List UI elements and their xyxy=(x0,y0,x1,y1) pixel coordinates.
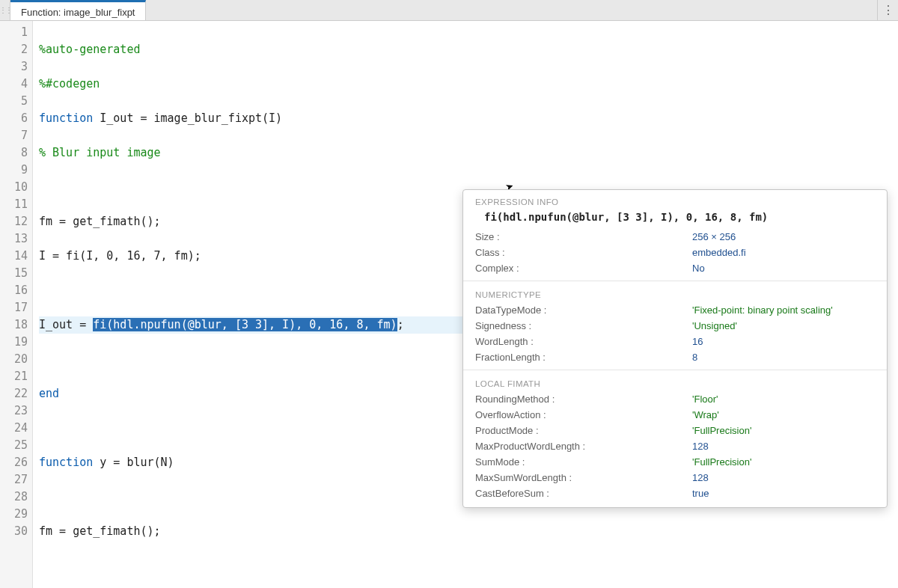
tab-bar: ⋮⋮ Function: image_blur_fixpt ⋮ xyxy=(0,0,898,21)
tooltip-label: MaxSumWordLength : xyxy=(475,472,692,483)
line-number: 27 xyxy=(0,471,28,489)
tooltip-label: FractionLength : xyxy=(475,352,692,363)
comment: %#codegen xyxy=(39,77,100,91)
line-number: 1 xyxy=(0,24,28,41)
line-number: 28 xyxy=(0,489,28,506)
expression-info-tooltip: EXPRESSION INFO fi(hdl.npufun(@blur, [3 … xyxy=(462,189,888,508)
tooltip-label: CastBeforeSum : xyxy=(475,488,692,499)
tab-title: Function: image_blur_fixpt xyxy=(21,7,135,18)
tooltip-value: embedded.fi xyxy=(692,247,746,258)
tooltip-value: true xyxy=(692,488,709,499)
line-number: 15 xyxy=(0,265,28,282)
line-number: 3 xyxy=(0,58,28,76)
tooltip-value: 8 xyxy=(692,352,697,363)
code-text: ; xyxy=(397,318,404,331)
selected-expression: fi(hdl.npufun(@blur, [3 3], I), 0, 16, 8… xyxy=(93,318,397,331)
tooltip-value: 128 xyxy=(692,441,709,452)
keyword: end xyxy=(39,387,59,400)
line-number: 24 xyxy=(0,420,28,437)
line-number: 10 xyxy=(0,179,28,196)
tooltip-label: OverflowAction : xyxy=(475,409,692,420)
kebab-menu-icon[interactable]: ⋮ xyxy=(877,0,898,20)
tooltip-label: SumMode : xyxy=(475,456,692,468)
line-number: 17 xyxy=(0,299,28,316)
tooltip-label: Size : xyxy=(475,231,692,242)
tooltip-label: DataTypeMode : xyxy=(475,304,692,316)
line-number: 5 xyxy=(0,93,28,110)
line-number: 30 xyxy=(0,523,28,540)
line-number: 11 xyxy=(0,196,28,213)
tooltip-label: Signedness : xyxy=(475,320,692,331)
tooltip-value: 'Wrap' xyxy=(692,409,719,420)
line-number: 23 xyxy=(0,402,28,420)
line-number: 22 xyxy=(0,385,28,402)
line-number: 12 xyxy=(0,213,28,230)
line-number: 14 xyxy=(0,248,28,265)
tooltip-expression: fi(hdl.npufun(@blur, [3 3], I), 0, 16, 8… xyxy=(463,209,887,229)
line-gutter: 1234567891011121314151617181920212223242… xyxy=(0,21,33,588)
tab-function[interactable]: Function: image_blur_fixpt xyxy=(10,0,146,20)
code-text: fm = get_fimath(); xyxy=(39,215,161,228)
tooltip-value: 128 xyxy=(692,472,709,483)
tooltip-value: 16 xyxy=(692,336,703,347)
line-number: 7 xyxy=(0,127,28,144)
tooltip-value: 'FullPrecision' xyxy=(692,425,751,436)
tooltip-label: RoundingMethod : xyxy=(475,393,692,405)
tooltip-label: WordLength : xyxy=(475,336,692,347)
line-number: 4 xyxy=(0,76,28,93)
keyword: function xyxy=(39,456,93,469)
line-number: 2 xyxy=(0,41,28,58)
line-number: 16 xyxy=(0,282,28,299)
line-number: 8 xyxy=(0,144,28,162)
tooltip-value: 256 × 256 xyxy=(692,231,736,242)
line-number: 19 xyxy=(0,334,28,351)
line-number: 26 xyxy=(0,454,28,471)
line-number: 9 xyxy=(0,162,28,179)
tooltip-label: Complex : xyxy=(475,263,692,274)
line-number: 29 xyxy=(0,506,28,523)
tooltip-value: 'Floor' xyxy=(692,393,718,405)
tooltip-label: ProductMode : xyxy=(475,425,692,436)
code-text: I = fi(I, 0, 16, 7, fm); xyxy=(39,249,201,263)
comment: % Blur input image xyxy=(39,146,161,159)
line-number: 13 xyxy=(0,230,28,248)
code-text: I_out = image_blur_fixpt(I) xyxy=(93,111,282,125)
tooltip-label: Class : xyxy=(475,247,692,258)
line-number: 25 xyxy=(0,437,28,454)
line-number: 20 xyxy=(0,351,28,368)
tooltip-section-title: LOCAL FIMATH xyxy=(463,372,887,391)
keyword: function xyxy=(39,111,93,125)
comment: %auto-generated xyxy=(39,43,140,56)
tooltip-label: MaxProductWordLength : xyxy=(475,441,692,452)
tooltip-value: 'Fixed-point: binary point scaling' xyxy=(692,304,833,316)
tooltip-value: No xyxy=(692,263,705,274)
line-number: 21 xyxy=(0,368,28,385)
tooltip-section-title: EXPRESSION INFO xyxy=(463,190,887,209)
line-number: 18 xyxy=(0,316,28,334)
code-text: y = blur(N) xyxy=(93,456,174,469)
line-number: 6 xyxy=(0,110,28,127)
tooltip-section-title: NUMERICTYPE xyxy=(463,283,887,302)
code-text: I_out = xyxy=(39,318,93,331)
tooltip-value: 'FullPrecision' xyxy=(692,456,751,468)
tooltip-value: 'Unsigned' xyxy=(692,320,737,331)
drag-handle-icon[interactable]: ⋮⋮ xyxy=(0,0,10,20)
code-text: fm = get_fimath(); xyxy=(39,524,161,538)
